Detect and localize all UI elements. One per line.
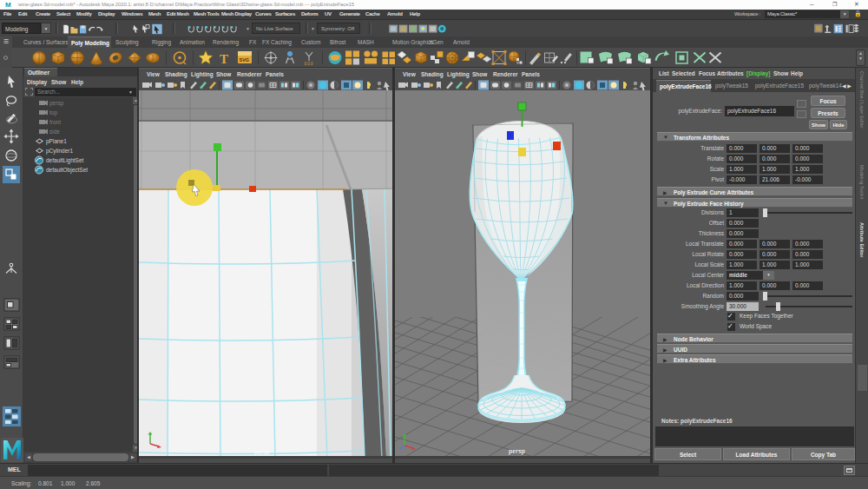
svg-text:persp: persp: [509, 448, 525, 455]
svg-text:persp: persp: [254, 449, 270, 456]
svg-text:SVG: SVG: [240, 57, 250, 63]
svg-text:0,0,0: 0,0,0: [305, 62, 314, 66]
svg-text:T: T: [220, 52, 228, 66]
